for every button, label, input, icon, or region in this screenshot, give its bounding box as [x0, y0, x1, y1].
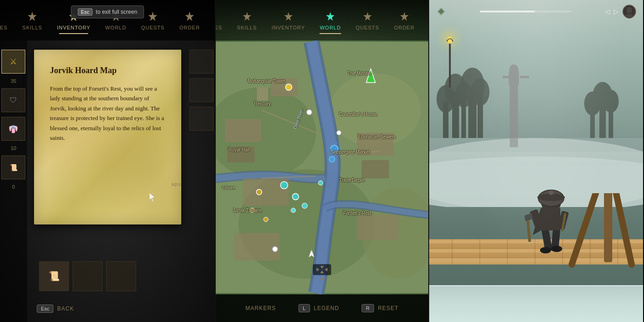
- sidebar-item-4[interactable]: 📜: [1, 155, 25, 179]
- svg-point-101: [551, 246, 562, 252]
- svg-point-115: [626, 14, 633, 18]
- svg-point-24: [250, 208, 254, 213]
- svg-rect-15: [225, 119, 261, 142]
- svg-point-32: [318, 181, 323, 185]
- document-title: Jorvik Hoard Map: [50, 66, 165, 75]
- cursor-pointer: [150, 193, 156, 204]
- svg-rect-19: [362, 160, 389, 178]
- map-bottom-bar: Markers L Legend R Reset: [216, 294, 428, 322]
- svg-rect-92: [604, 193, 612, 262]
- svg-point-28: [272, 247, 278, 252]
- svg-rect-16: [227, 146, 254, 162]
- svg-rect-74: [429, 152, 643, 175]
- map-content[interactable]: Multangular Tower Reccory The Minster Co…: [216, 40, 428, 294]
- nav-world-order[interactable]: Order: [386, 6, 422, 34]
- hud-progress-bar: [480, 11, 572, 12]
- map-svg: [216, 40, 428, 294]
- svg-point-23: [256, 190, 262, 195]
- lamp-post: [445, 32, 454, 89]
- legend-label: Legend: [314, 305, 339, 311]
- hud-progress-fill: [480, 11, 535, 12]
- nav-world-codex[interactable]: Codex: [422, 6, 429, 34]
- nav-abilities[interactable]: Abilities: [0, 6, 15, 34]
- svg-marker-45: [326, 12, 334, 21]
- right-item-3[interactable]: [190, 107, 213, 131]
- sidebar-item-3[interactable]: 👘: [1, 117, 25, 141]
- reset-item[interactable]: R Reset: [362, 304, 398, 312]
- sidebar-number-3: 0: [12, 184, 15, 190]
- nav-order[interactable]: Order: [172, 6, 207, 34]
- order-label: Order: [179, 25, 200, 30]
- w-inventory-label: Inventory: [271, 25, 305, 30]
- markers-label: Markers: [246, 305, 276, 311]
- inventory-sidebar-left: ⚔ 35 🛡 👘 10 📜 0: [0, 40, 27, 322]
- svg-marker-5: [185, 12, 194, 21]
- hud-center: [480, 11, 572, 12]
- right-item-1[interactable]: [190, 50, 213, 74]
- svg-rect-64: [503, 76, 514, 78]
- sidebar-number-2: 10: [11, 145, 16, 151]
- character-svg: [523, 175, 579, 258]
- back-key: Esc: [37, 305, 53, 313]
- bottom-item-2[interactable]: [73, 261, 103, 291]
- markers-item[interactable]: Markers: [246, 305, 276, 311]
- parchment-document: Jorvik Hoard Map From the top of Forseti…: [34, 50, 181, 224]
- w-abilities-label: Abilities: [215, 25, 222, 30]
- hud-avatar-icon: [622, 5, 636, 18]
- svg-point-26: [306, 109, 312, 115]
- abilities-label: Abilities: [0, 25, 8, 30]
- svg-point-117: [448, 39, 452, 44]
- nav-world-world[interactable]: World: [312, 6, 348, 34]
- nav-skills[interactable]: Skills: [15, 6, 50, 34]
- sidebar-item-1[interactable]: ⚔: [1, 50, 25, 74]
- svg-marker-44: [284, 12, 293, 21]
- svg-point-25: [264, 217, 268, 222]
- document-text: From the top of Forseti's Rest, you will…: [50, 84, 165, 143]
- svg-point-63: [509, 64, 518, 75]
- game-character: [523, 175, 579, 260]
- nav-codex[interactable]: Codex: [207, 6, 215, 34]
- game-scenery: [429, 46, 643, 184]
- bottom-item-1[interactable]: 📜: [39, 261, 69, 291]
- svg-rect-14: [257, 87, 268, 101]
- skills-icon: [26, 10, 39, 23]
- w-quests-label: Quests: [356, 25, 379, 30]
- svg-rect-65: [520, 76, 529, 78]
- game-panel: ◁ ▷: [429, 0, 643, 322]
- hud-right-arrows: ◁ ▷: [605, 5, 636, 18]
- svg-rect-20: [234, 233, 280, 260]
- svg-marker-4: [149, 12, 157, 21]
- quests-label: Quests: [141, 25, 165, 30]
- nav-world-abilities[interactable]: Abilities: [215, 6, 230, 34]
- svg-rect-21: [357, 215, 398, 240]
- nav-world-quests[interactable]: Quests: [348, 6, 386, 34]
- world-panel: Multangular Tower Reccory The Minster Co…: [215, 0, 429, 322]
- svg-marker-43: [243, 12, 251, 21]
- tooltip-text: to exit full screen: [96, 9, 137, 15]
- right-item-2[interactable]: [190, 78, 213, 102]
- sidebar-number-1: 35: [11, 78, 16, 84]
- lamp-post-svg: [445, 32, 454, 87]
- nav-bar-world: Abilities Skills Inventory: [216, 0, 428, 40]
- w-world-label: World: [320, 25, 341, 30]
- svg-rect-61: [510, 83, 518, 147]
- svg-rect-116: [449, 41, 451, 87]
- svg-marker-47: [400, 12, 408, 21]
- nav-world-inventory[interactable]: Inventory: [264, 6, 312, 34]
- esc-tooltip: Esc to exit full screen: [71, 6, 144, 18]
- svg-marker-1: [28, 12, 36, 21]
- sidebar-item-2[interactable]: 🛡: [1, 88, 25, 112]
- inventory-nav-label: Inventory: [57, 25, 91, 30]
- w-inventory-icon: [282, 10, 295, 23]
- nav-world-skills[interactable]: Skills: [230, 6, 264, 34]
- legend-item[interactable]: L Legend: [299, 304, 339, 312]
- maps-label: aps: [172, 181, 181, 187]
- snow-ground: [429, 285, 643, 322]
- back-button[interactable]: Esc BACK: [37, 305, 74, 313]
- svg-point-72: [603, 90, 619, 113]
- svg-marker-7: [150, 193, 155, 202]
- hud-right-arrow: ▷: [614, 8, 619, 15]
- bottom-item-3[interactable]: [106, 261, 136, 291]
- svg-point-22: [286, 84, 292, 91]
- w-skills-icon: [241, 10, 253, 23]
